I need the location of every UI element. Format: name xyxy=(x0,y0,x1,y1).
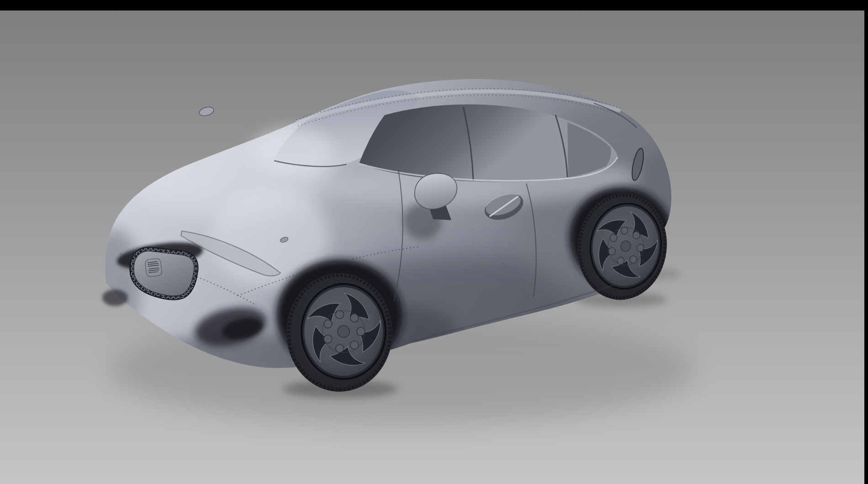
cowl-nub xyxy=(198,105,215,117)
top-black-bar xyxy=(0,0,868,11)
left-bumper-recess xyxy=(102,289,128,306)
app-window xyxy=(0,0,868,484)
3d-viewport[interactable] xyxy=(0,0,868,484)
right-black-bar xyxy=(864,0,868,484)
front-wheel xyxy=(286,273,392,392)
seat-badge xyxy=(145,258,162,277)
